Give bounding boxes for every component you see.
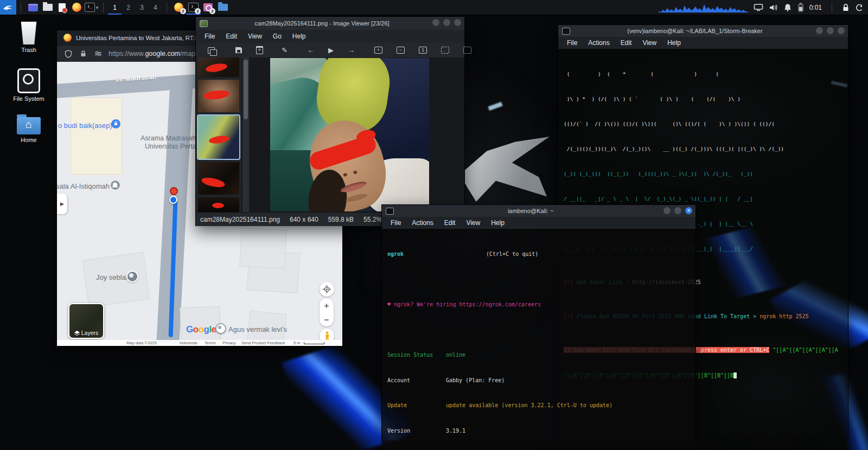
- taskbar-file-manager[interactable]: [215, 0, 230, 15]
- maximize-button[interactable]: [674, 207, 681, 214]
- poi-agus-pin-icon[interactable]: [215, 323, 226, 334]
- menu-actions[interactable]: Actions: [583, 39, 615, 47]
- menu-go[interactable]: Go: [267, 33, 287, 40]
- battery-icon[interactable]: [797, 3, 804, 12]
- zoom-in-button[interactable]: +: [374, 47, 382, 54]
- poi-label-budi-baik[interactable]: o budi baik(asep): [58, 121, 112, 130]
- lock-icon[interactable]: [80, 50, 87, 57]
- zoom-fit-button[interactable]: [441, 47, 449, 54]
- document-icon: [59, 3, 66, 12]
- desktop-icon-trash[interactable]: Trash: [4, 22, 53, 53]
- drive-icon: [17, 68, 40, 93]
- workspace-3[interactable]: 3: [135, 0, 149, 15]
- shield-icon[interactable]: [65, 50, 72, 58]
- menu-file[interactable]: File: [385, 219, 406, 227]
- menu-help[interactable]: Help: [287, 33, 311, 40]
- ascii-art-line: (()/(` ) /( )\()) (()/( )\))( ()\ (()/( …: [564, 120, 843, 128]
- ngrok-title-bar[interactable]: iambeno@Kali: ~ ✕: [382, 205, 695, 217]
- display-icon[interactable]: [754, 3, 763, 12]
- privacy-link[interactable]: Privacy: [222, 340, 236, 345]
- thumbnail[interactable]: [198, 80, 239, 112]
- zoom-out-button[interactable]: −: [324, 315, 329, 324]
- delete-button[interactable]: ✕: [256, 46, 263, 54]
- save-button[interactable]: [235, 47, 242, 53]
- copy-image-button[interactable]: [208, 47, 215, 54]
- thumbnail[interactable]: [198, 197, 239, 212]
- route-destination-marker[interactable]: [169, 196, 177, 204]
- permissions-sliders-icon[interactable]: [94, 50, 102, 57]
- terms-link[interactable]: Terms: [205, 340, 215, 345]
- menu-file[interactable]: File: [561, 39, 583, 47]
- terminal-icon: [386, 208, 394, 215]
- menu-file[interactable]: File: [199, 33, 220, 40]
- maximize-button[interactable]: [827, 27, 834, 34]
- map-scale-label: 5 m: [293, 340, 301, 345]
- url-text[interactable]: https://www.google.com/maps: [108, 50, 199, 57]
- map-layers-button[interactable]: Layers: [68, 303, 104, 339]
- launcher-file-manager[interactable]: [40, 0, 55, 15]
- kali-menu-button[interactable]: [0, 0, 16, 15]
- clock[interactable]: 0:01: [809, 4, 822, 11]
- taskbar-image-viewer[interactable]: 2: [201, 0, 215, 15]
- status-zoom-level: 55.2%: [363, 216, 382, 223]
- menu-edit[interactable]: Edit: [615, 39, 637, 47]
- edit-pencil-button[interactable]: ✎: [282, 47, 288, 54]
- launcher-firefox[interactable]: [69, 0, 84, 15]
- desktop-icon-file-system[interactable]: File System: [4, 68, 53, 102]
- network-activity-graph[interactable]: [659, 3, 748, 12]
- notifications-bell-icon[interactable]: [783, 3, 792, 12]
- workspace-1[interactable]: 1: [108, 0, 122, 15]
- minimize-button[interactable]: [816, 27, 823, 34]
- menu-edit[interactable]: Edit: [439, 219, 461, 227]
- menu-help[interactable]: Help: [662, 39, 686, 47]
- workspace-4[interactable]: 4: [149, 0, 162, 15]
- window-count-badge: 2: [195, 8, 201, 14]
- fullscreen-button[interactable]: [463, 47, 471, 54]
- zoom-in-button[interactable]: +: [324, 301, 329, 310]
- poi-shop-pin-icon[interactable]: [111, 119, 120, 128]
- scrollbar-handle[interactable]: [244, 60, 248, 119]
- launcher-text-editor[interactable]: [55, 0, 69, 15]
- menu-view[interactable]: View: [461, 219, 486, 227]
- menu-view[interactable]: View: [242, 33, 267, 40]
- close-button[interactable]: [838, 27, 845, 34]
- volume-icon[interactable]: [769, 3, 778, 12]
- thumbnail[interactable]: [198, 162, 239, 195]
- previous-image-button[interactable]: ←: [307, 47, 314, 54]
- caret-right-icon: ▶: [60, 201, 64, 207]
- thumbnail-selected[interactable]: [198, 115, 239, 159]
- power-logout-icon[interactable]: [855, 3, 864, 12]
- workspace-2[interactable]: 2: [122, 0, 135, 15]
- viewer-title-bar[interactable]: cam28May2025164111.png - Image Viewer [2…: [196, 17, 464, 30]
- thumbnail-scrollbar[interactable]: [242, 57, 249, 212]
- thumbnail[interactable]: [198, 57, 239, 77]
- close-button[interactable]: ✕: [685, 207, 692, 214]
- sidepanel-expand-handle[interactable]: ▶: [57, 194, 67, 214]
- my-location-button[interactable]: [320, 282, 334, 297]
- menu-actions[interactable]: Actions: [406, 219, 438, 227]
- next-image-button[interactable]: →: [348, 47, 355, 54]
- poi-joy-seblak-pin-icon[interactable]: [126, 271, 138, 282]
- launcher-terminal[interactable]: ❯_▾: [84, 0, 99, 15]
- taskbar-firefox[interactable]: 2: [171, 0, 186, 15]
- top-panel: ❯_▾ 1 2 3 4 2 ❯_2 2 0:01: [0, 0, 868, 15]
- zoom-actual-size-button[interactable]: 1: [419, 47, 427, 54]
- minimize-button[interactable]: [432, 19, 439, 26]
- minimize-button[interactable]: [663, 207, 671, 214]
- menu-help[interactable]: Help: [486, 219, 510, 227]
- feedback-link[interactable]: Send Product Feedback: [241, 340, 285, 345]
- lock-screen-icon[interactable]: [842, 3, 850, 12]
- window-icon: [28, 4, 38, 11]
- route-origin-marker[interactable]: [170, 187, 178, 195]
- storm-title-bar[interactable]: (venv)iambeno@Kali: ~/LAB/LAB_1/Storm-Br…: [558, 25, 848, 37]
- slideshow-play-button[interactable]: ▶: [328, 47, 334, 54]
- menu-view[interactable]: View: [637, 39, 662, 47]
- maximize-button[interactable]: [443, 19, 450, 26]
- launcher-show-desktop[interactable]: [25, 0, 40, 15]
- poi-mosque-icon[interactable]: [110, 180, 120, 190]
- close-button[interactable]: [454, 19, 461, 26]
- menu-edit[interactable]: Edit: [220, 33, 242, 40]
- desktop-icon-home[interactable]: Home: [4, 117, 53, 143]
- taskbar-terminal[interactable]: ❯_2: [186, 0, 201, 15]
- zoom-out-button[interactable]: −: [397, 47, 405, 54]
